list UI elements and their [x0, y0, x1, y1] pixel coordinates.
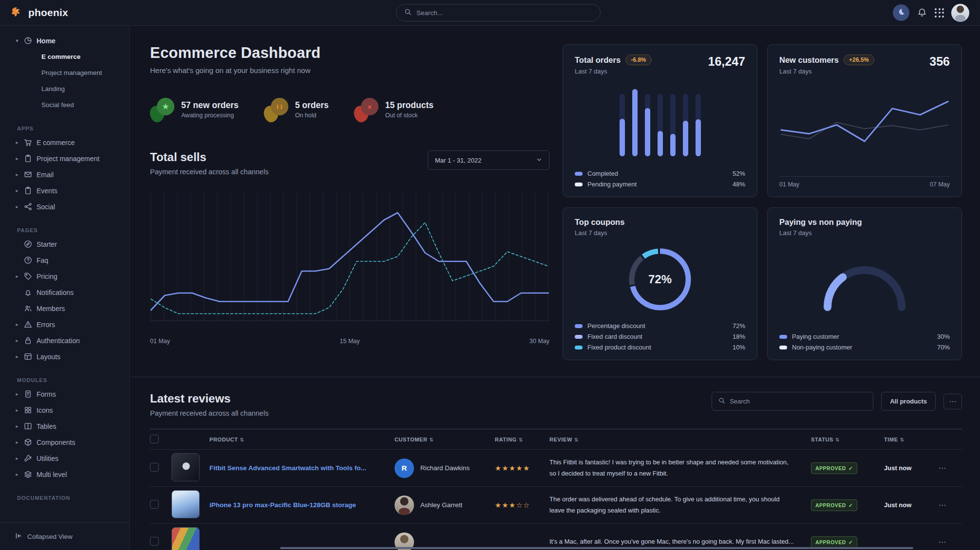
sidebar-section-label: PAGES	[0, 225, 129, 236]
product-thumbnail-laptop[interactable]	[171, 527, 200, 550]
sidebar-item-forms[interactable]: ▸Forms	[0, 386, 129, 402]
legend-value: 72%	[733, 322, 745, 330]
stat-caption: Awating processing	[181, 112, 239, 119]
column-header-time[interactable]: TIME⇅	[884, 437, 939, 442]
row-more-button[interactable]: ⋯	[939, 501, 946, 510]
column-header-status[interactable]: STATUS⇅	[811, 437, 884, 442]
wrench-icon	[24, 454, 32, 462]
total-orders-period: Last 7 days	[575, 68, 652, 75]
sidebar-item-icons[interactable]: ▸Icons	[0, 402, 129, 418]
legend-value: 70%	[937, 344, 950, 351]
legend-value: 18%	[733, 333, 745, 340]
sidebar-group-home[interactable]: ▾Home	[0, 33, 129, 49]
sidebar-item-e-commerce[interactable]: E commerce	[0, 49, 129, 65]
new-customers-change-badge: +26.5%	[844, 55, 874, 65]
row-checkbox[interactable]	[150, 537, 159, 546]
sidebar-item-project-management[interactable]: Project management	[0, 65, 129, 81]
sidebar-item-label: Multi level	[37, 471, 67, 478]
total-orders-change-badge: -6.8%	[625, 55, 651, 65]
legend-value: 30%	[937, 333, 950, 340]
latest-reviews-section: Latest reviews Payment received across a…	[150, 392, 962, 550]
legend-item: Non-paying customer70%	[779, 344, 950, 351]
caret-right-icon: ▸	[15, 391, 19, 397]
caret-right-icon: ▸	[15, 274, 19, 279]
sidebar-item-label: Layouts	[37, 353, 60, 361]
sidebar-item-multi-level[interactable]: ▸Multi level	[0, 466, 129, 482]
sidebar-item-tables[interactable]: ▸Tables	[0, 418, 129, 434]
column-header-customer[interactable]: CUSTOMER⇅	[395, 437, 495, 442]
caret-right-icon: ▸	[15, 456, 19, 461]
paying-title: Paying vs non paying	[779, 218, 862, 227]
all-products-filter-button[interactable]: All products	[881, 392, 936, 411]
section-divider	[130, 377, 980, 377]
layout-icon	[24, 352, 32, 361]
legend-swatch	[575, 172, 583, 176]
sidebar-item-components[interactable]: ▸Components	[0, 434, 129, 450]
sidebar-item-landing[interactable]: Landing	[0, 81, 129, 97]
stat-success: ★57 new ordersAwating processing	[150, 97, 239, 122]
sidebar-item-e-commerce[interactable]: ▸E commerce	[0, 134, 129, 150]
reviews-more-button[interactable]: ⋯	[943, 394, 962, 409]
legend-item: Fixed product discount10%	[575, 344, 745, 351]
legend-item: Pending payment48%	[575, 181, 745, 188]
sidebar-item-authentication[interactable]: ▸Authentication	[0, 332, 129, 348]
kpi-cards: Total orders -6.8% Last 7 days 16,247 Co…	[563, 44, 962, 360]
stat-warning: ❙❙5 ordersOn hold	[264, 97, 329, 122]
select-all-checkbox[interactable]	[150, 435, 159, 443]
reviews-table-header: PRODUCT⇅CUSTOMER⇅RATING⇅REVIEW⇅STATUS⇅TI…	[150, 429, 962, 449]
row-more-button[interactable]: ⋯	[939, 538, 946, 547]
paying-gauge-chart	[816, 257, 913, 312]
reviews-subtitle: Payment received across all channels	[150, 409, 268, 417]
sidebar-item-members[interactable]: Members	[0, 300, 129, 316]
status-badge: APPROVED ✓	[811, 499, 857, 511]
sidebar-item-pricing[interactable]: ▸Pricing	[0, 268, 129, 284]
product-thumbnail-watch[interactable]	[171, 453, 200, 481]
sidebar-item-utilities[interactable]: ▸Utilities	[0, 450, 129, 466]
sidebar-item-layouts[interactable]: ▸Layouts	[0, 348, 129, 365]
sidebar-item-events[interactable]: ▸Events	[0, 183, 129, 199]
reviews-search[interactable]	[712, 392, 873, 411]
brand[interactable]: phoenix	[11, 5, 68, 20]
column-header-rating[interactable]: RATING⇅	[495, 437, 549, 442]
row-checkbox[interactable]	[150, 463, 159, 472]
profile-avatar[interactable]	[951, 4, 969, 22]
sidebar-item-social[interactable]: ▸Social	[0, 199, 129, 215]
date-range-select[interactable]: Mar 1 - 31, 2022	[428, 150, 549, 170]
product-thumbnail-phone[interactable]	[171, 490, 200, 518]
caret-right-icon: ▸	[15, 423, 19, 429]
sidebar-item-label: E commerce	[37, 139, 75, 147]
rating-stars: ★★★★★	[495, 464, 549, 472]
sidebar-item-errors[interactable]: ▸Errors	[0, 316, 129, 332]
row-more-button[interactable]: ⋯	[939, 464, 946, 473]
total-orders-legend: Completed52%Pending payment48%	[575, 170, 745, 188]
total-orders-title: Total orders	[575, 55, 621, 65]
global-search[interactable]	[396, 4, 601, 21]
order-bar	[620, 89, 625, 156]
horizontal-scrollbar[interactable]	[280, 547, 913, 549]
sidebar-item-starter[interactable]: Starter	[0, 236, 129, 252]
column-header-product[interactable]: PRODUCT⇅	[209, 437, 395, 442]
collapse-sidebar-button[interactable]: Collapsed View	[0, 522, 129, 550]
reviews-search-input[interactable]	[730, 398, 867, 405]
sidebar-item-email[interactable]: ▸Email	[0, 166, 129, 183]
search-input[interactable]	[416, 9, 592, 17]
legend-item: Percentage discount72%	[575, 322, 745, 330]
table-row: iPhone 13 pro max-Pacific Blue-128GB sto…	[150, 486, 962, 523]
order-bar	[632, 89, 638, 156]
sidebar-item-label: Forms	[37, 390, 56, 398]
product-link[interactable]: Fitbit Sense Advanced Smartwatch with To…	[209, 464, 395, 472]
notifications-button[interactable]	[917, 7, 927, 19]
apps-menu-button[interactable]	[935, 8, 944, 18]
column-header-review[interactable]: REVIEW⇅	[549, 437, 811, 442]
product-link[interactable]: iPhone 13 pro max-Pacific Blue-128GB sto…	[209, 501, 395, 509]
sidebar-item-social-feed[interactable]: Social feed	[0, 97, 129, 113]
legend-label: Non-paying customer	[792, 344, 852, 351]
legend-swatch	[575, 346, 583, 349]
review-text: The order was delivered ahead of schedul…	[549, 494, 811, 515]
row-checkbox[interactable]	[150, 500, 159, 509]
sidebar-item-faq[interactable]: Faq	[0, 252, 129, 268]
theme-toggle-button[interactable]	[893, 4, 909, 21]
sidebar-item-notifications[interactable]: Notifications	[0, 284, 129, 300]
sidebar-item-project-management[interactable]: ▸Project management	[0, 150, 129, 166]
paying-legend: Paying customer30%Non-paying customer70%	[779, 333, 950, 351]
